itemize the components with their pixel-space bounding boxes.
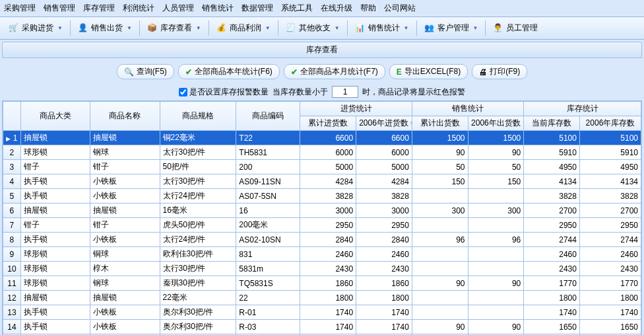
menu-item[interactable]: 帮助 (360, 3, 376, 14)
action-button[interactable]: E导出EXCEL(F8) (389, 64, 468, 79)
action-button[interactable]: 🔍查询(F5) (117, 64, 174, 79)
table-row[interactable]: 9球形锁铜球欧利佳30把/件8312460246024602460 (3, 247, 641, 262)
toolbar-icon: 📦 (147, 23, 158, 34)
toolbar-separator (416, 20, 417, 36)
cell-stk: 2460 (524, 247, 580, 262)
menu-item[interactable]: 在线升级 (321, 3, 352, 14)
toolbar-icon: 👨‍💼 (493, 23, 503, 34)
cell-code: R-03 (236, 320, 300, 334)
cell-stk: 2700 (524, 204, 580, 218)
col-rownum[interactable] (3, 102, 21, 131)
col-cur-stock[interactable]: 当前库存数 (524, 116, 580, 131)
table-row[interactable]: 11球形锁钢球秦琪30把/件TQ5831S1860186090901770177… (3, 276, 641, 291)
table-row[interactable]: 12抽屉锁抽屉锁22毫米221800180018001800 (3, 291, 641, 305)
toolbar-label: 其他收支 (299, 22, 331, 34)
menu-item[interactable]: 利润统计 (123, 3, 154, 14)
menu-item[interactable]: 采购管理 (4, 3, 36, 14)
toolbar-button[interactable]: 🛒采购进货▼ (3, 19, 69, 37)
cell-cin: 3828 (300, 189, 356, 204)
col-group-stock[interactable]: 库存统计 (524, 102, 641, 116)
chevron-down-icon[interactable]: ▼ (473, 25, 478, 31)
col-year-in[interactable]: 2006年进货数 ▽ (356, 116, 412, 131)
col-group-out[interactable]: 销售统计 (412, 102, 523, 116)
toolbar-button[interactable]: 📦库存查看▼ (141, 19, 207, 37)
chevron-down-icon[interactable]: ▼ (57, 25, 63, 31)
toolbar-label: 采购进货 (22, 22, 53, 34)
table-row[interactable]: 14执手锁小铁板奥尔利30把/件R-0317401740909016501650 (3, 320, 641, 334)
cell-name: 钢球 (90, 276, 160, 291)
alert-checkbox-label[interactable]: 是否设置库存报警数量 (179, 87, 269, 98)
chevron-down-icon[interactable]: ▼ (335, 25, 340, 31)
table-row[interactable]: 6抽屉锁抽屉锁16毫米163000300030030027002700 (3, 204, 641, 218)
menu-item[interactable]: 系统工具 (281, 3, 313, 14)
table-row[interactable]: 13执手锁小铁板奥尔利30把/件R-011740174017401740 (3, 305, 641, 320)
action-button[interactable]: ✔全部商品本月统计(F7) (284, 64, 385, 79)
cell-cat: 球形锁 (20, 145, 90, 160)
col-cum-in[interactable]: 累计进货数 (300, 116, 356, 131)
menu-item[interactable]: 人员管理 (162, 3, 194, 14)
col-spec[interactable]: 商品规格 (160, 102, 236, 131)
menu-item[interactable]: 库存管理 (83, 3, 115, 14)
row-number: 5 (3, 189, 21, 204)
cell-ystk: 3828 (579, 189, 641, 204)
col-cum-out[interactable]: 累计出货数 (412, 116, 468, 131)
col-group-in[interactable]: 进货统计 (300, 102, 412, 116)
cell-name: 小铁板 (90, 320, 160, 334)
menu-item[interactable]: 公司网站 (384, 3, 416, 14)
col-code[interactable]: 商品编码 (236, 102, 300, 131)
table-row[interactable]: 2球形锁钢球太行30把/件TH583160006000909059105910 (3, 145, 641, 160)
chevron-down-icon[interactable]: ▼ (404, 25, 409, 31)
cell-name: 铜球 (90, 247, 160, 262)
cell-yout (468, 247, 524, 262)
row-number: 14 (3, 320, 21, 334)
cell-stk: 1770 (524, 276, 580, 291)
row-number: 6 (3, 204, 21, 218)
cell-yout: 1500 (468, 131, 524, 145)
col-year-stock[interactable]: 2006年库存数 (579, 116, 641, 131)
alert-checkbox-text: 是否设置库存报警数量 (189, 87, 269, 96)
cell-cout (412, 305, 468, 320)
alert-checkbox[interactable] (179, 88, 187, 96)
cell-spec: 16毫米 (160, 204, 236, 218)
action-button[interactable]: 🖨打印(F9) (472, 64, 527, 79)
cell-cout (412, 291, 468, 305)
toolbar-button[interactable]: 💰商品利润▼ (210, 19, 276, 37)
chevron-down-icon[interactable]: ▼ (127, 25, 132, 31)
chevron-down-icon[interactable]: ▼ (265, 25, 271, 31)
col-category[interactable]: 商品大类 (20, 102, 90, 131)
menu-item[interactable]: 销售管理 (44, 3, 75, 14)
cell-cat: 抽屉锁 (20, 204, 90, 218)
toolbar-button[interactable]: 🧾其他收支▼ (280, 19, 346, 37)
menu-item[interactable]: 数据管理 (242, 3, 273, 14)
threshold-input[interactable] (332, 86, 358, 98)
cell-name: 抽屉锁 (90, 131, 160, 145)
toolbar-button[interactable]: 📊销售统计▼ (349, 19, 415, 37)
table-row[interactable]: 10球形锁椁木太行30把/件5831m2430243024302430 (3, 262, 641, 276)
table-row[interactable]: 8执手锁小铁板太行24把/件AS02-10SN28402840969627442… (3, 233, 641, 247)
menu-item[interactable]: 销售统计 (202, 3, 234, 14)
toolbar-button[interactable]: 👥客户管理▼ (418, 19, 484, 37)
table-row[interactable]: ▶ 1抽屉锁抽屉锁铜22毫米T2266006600150015005100510… (3, 131, 641, 145)
chevron-down-icon[interactable]: ▼ (196, 25, 201, 31)
cell-yout (468, 305, 524, 320)
table-row[interactable]: 5执手锁小铁板太行24把/件AS07-5SN3828382838283828 (3, 189, 641, 204)
cell-cat: 执手锁 (20, 174, 90, 189)
action-label: 打印(F9) (490, 66, 520, 77)
toolbar-label: 销售出货 (91, 22, 123, 34)
col-name[interactable]: 商品名称 (90, 102, 160, 131)
table-row[interactable]: 4执手锁小铁板太行30把/件AS09-11SN42844284150150413… (3, 174, 641, 189)
cell-code: AS02-10SN (236, 233, 300, 247)
col-year-out[interactable]: 2006年出货数 (468, 116, 524, 131)
table-row[interactable]: 3钳子钳子50把/件20050005000505049504950 (3, 160, 641, 174)
toolbar-button[interactable]: 👤销售出货▼ (72, 19, 138, 37)
action-button[interactable]: ✔全部商品本年统计(F6) (178, 64, 280, 79)
cell-yin: 1740 (356, 305, 412, 320)
inventory-table[interactable]: 商品大类 商品名称 商品规格 商品编码 进货统计 销售统计 库存统计 累计进货数… (3, 101, 641, 335)
cell-cout: 90 (412, 145, 468, 160)
cell-cin: 5000 (300, 160, 356, 174)
cell-stk: 1650 (524, 320, 580, 334)
toolbar-button[interactable]: 👨‍💼员工管理 (487, 19, 544, 37)
row-number: 10 (3, 262, 21, 276)
cell-stk: 5100 (524, 131, 580, 145)
table-row[interactable]: 7钳子钳子虎头50把/件200毫米2950295029502950 (3, 218, 641, 233)
